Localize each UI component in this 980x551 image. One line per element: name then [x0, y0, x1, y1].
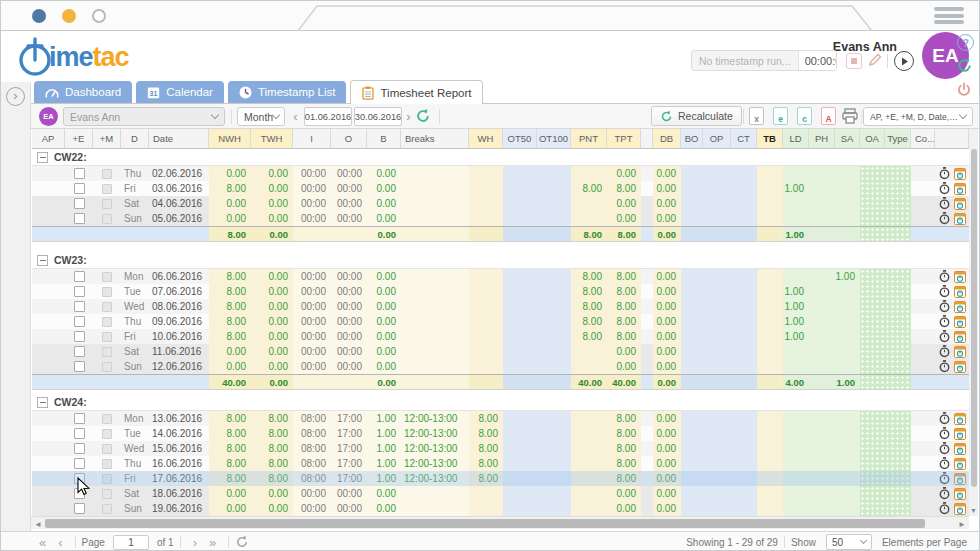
table-row[interactable]: Sun12.06.20160.000.0000:0000:000.000.000… — [32, 359, 969, 374]
timesheet-detail-icon[interactable] — [954, 413, 966, 425]
period-select[interactable]: Month — [237, 107, 285, 126]
row-select-checkbox[interactable] — [74, 301, 85, 312]
next-page-button[interactable]: › — [187, 536, 203, 549]
stopwatch-icon[interactable] — [939, 330, 950, 343]
row-select-checkbox[interactable] — [74, 473, 85, 484]
page-number-input[interactable] — [113, 535, 149, 550]
hamburger-menu-icon[interactable] — [934, 7, 964, 27]
sidebar-expand-icon[interactable]: › — [6, 87, 25, 106]
row-select-checkbox[interactable] — [74, 503, 85, 514]
column-header-Co[interactable]: Co... — [911, 129, 935, 149]
group-header[interactable]: CW23: — [32, 252, 969, 269]
stop-timestamp-icon[interactable] — [846, 53, 862, 69]
timestamp-widget[interactable]: No timestamp run... 00:00:00 — [691, 50, 837, 71]
row-select-checkbox[interactable] — [74, 346, 85, 357]
column-header-LD[interactable]: LD — [783, 129, 809, 149]
vertical-scroll-thumb[interactable] — [971, 149, 977, 487]
stopwatch-icon[interactable] — [939, 427, 950, 440]
table-row[interactable]: Sat18.06.20160.000.0000:0000:000.000.000… — [32, 486, 969, 501]
stopwatch-icon[interactable] — [939, 212, 950, 225]
tab-dashboard[interactable]: Dashboard — [34, 81, 132, 103]
export-A-icon[interactable]: A — [821, 107, 836, 125]
collapse-group-icon[interactable] — [37, 152, 48, 163]
timesheet-detail-icon[interactable] — [954, 331, 966, 343]
timesheet-detail-icon[interactable] — [954, 346, 966, 358]
stopwatch-icon[interactable] — [939, 412, 950, 425]
table-row[interactable]: Fri03.06.20168.000.0000:0000:000.008.008… — [32, 181, 969, 196]
horizontal-scroll-thumb[interactable] — [45, 519, 925, 528]
date-to-input[interactable]: 30.06.2016 — [354, 107, 402, 126]
table-row[interactable]: Thu09.06.20168.000.0000:0000:000.008.008… — [32, 314, 969, 329]
refresh-list-icon[interactable] — [235, 535, 249, 549]
row-select-checkbox[interactable] — [74, 428, 85, 439]
date-from-input[interactable]: 01.06.2016 — [304, 107, 352, 126]
row-select-checkbox[interactable] — [74, 443, 85, 454]
recalculate-button[interactable]: Recalculate — [651, 106, 742, 126]
column-header-O[interactable]: O — [331, 129, 367, 149]
row-select-checkbox[interactable] — [74, 168, 85, 179]
stopwatch-icon[interactable] — [939, 345, 950, 358]
row-select-checkbox[interactable] — [74, 213, 85, 224]
first-page-button[interactable]: « — [33, 536, 52, 549]
column-header-Type[interactable]: Type — [885, 129, 911, 149]
column-header-AP[interactable]: AP — [32, 129, 65, 149]
refresh-icon[interactable] — [956, 57, 973, 78]
table-row[interactable]: Tue14.06.20168.008.0008:0017:001.0012:00… — [32, 426, 969, 441]
table-row[interactable]: Fri10.06.20168.000.0000:0000:000.008.008… — [32, 329, 969, 344]
timesheet-detail-icon[interactable] — [954, 213, 966, 225]
column-header-D[interactable]: D — [121, 129, 149, 149]
timesheet-detail-icon[interactable] — [954, 271, 966, 283]
vertical-scrollbar[interactable]: ▼ — [969, 129, 978, 516]
timesheet-detail-icon[interactable] — [954, 198, 966, 210]
columns-select[interactable]: AP, +E, +M, D, Date, NWH, T — [863, 107, 973, 126]
timesheet-detail-icon[interactable] — [954, 361, 966, 373]
timesheet-detail-icon[interactable] — [954, 443, 966, 455]
column-header-PH[interactable]: PH — [809, 129, 835, 149]
collapse-group-icon[interactable] — [37, 397, 48, 408]
stopwatch-icon[interactable] — [939, 285, 950, 298]
column-header-CT[interactable]: CT — [731, 129, 757, 149]
row-select-checkbox[interactable] — [74, 198, 85, 209]
tab-calendar[interactable]: 31Calendar — [136, 81, 224, 103]
column-header-M[interactable]: +M — [93, 129, 121, 149]
column-header-TB[interactable]: TB — [757, 129, 783, 149]
help-icon[interactable]: ? — [957, 34, 974, 51]
row-select-checkbox[interactable] — [74, 458, 85, 469]
timesheet-detail-icon[interactable] — [954, 286, 966, 298]
row-select-checkbox[interactable] — [74, 331, 85, 342]
last-page-button[interactable]: » — [203, 536, 222, 549]
timesheet-detail-icon[interactable] — [954, 301, 966, 313]
table-row[interactable]: Thu02.06.20160.000.0000:0000:000.000.000… — [32, 166, 969, 181]
row-select-checkbox[interactable] — [74, 488, 85, 499]
column-header-OT50[interactable]: OT50 — [503, 129, 537, 149]
column-header-OT100[interactable]: OT100 — [537, 129, 571, 149]
previous-period-button[interactable]: ‹ — [289, 107, 302, 126]
table-row[interactable]: Wed15.06.20168.008.0008:0017:001.0012:00… — [32, 441, 969, 456]
stopwatch-icon[interactable] — [939, 457, 950, 470]
timesheet-detail-icon[interactable] — [954, 168, 966, 180]
stopwatch-icon[interactable] — [939, 502, 950, 515]
column-header-OA[interactable]: OA — [860, 129, 885, 149]
column-header-PNT[interactable]: PNT — [571, 129, 607, 149]
reload-report-icon[interactable] — [415, 108, 431, 128]
row-select-checkbox[interactable] — [74, 271, 85, 282]
row-select-checkbox[interactable] — [74, 183, 85, 194]
timesheet-detail-icon[interactable] — [954, 458, 966, 470]
row-select-checkbox[interactable] — [74, 316, 85, 327]
timesheet-detail-icon[interactable] — [954, 488, 966, 500]
group-header[interactable]: CW22: — [32, 149, 969, 166]
timesheet-detail-icon[interactable] — [954, 503, 966, 515]
export-x-icon[interactable]: x — [749, 107, 764, 125]
column-header-GAP[interactable] — [641, 129, 653, 149]
stopwatch-icon[interactable] — [939, 487, 950, 500]
table-row[interactable]: Fri17.06.20168.008.0008:0017:001.0012:00… — [32, 471, 969, 486]
column-header-B[interactable]: B — [367, 129, 401, 149]
column-header-TPT[interactable]: TPT — [607, 129, 641, 149]
stopwatch-icon[interactable] — [939, 182, 950, 195]
column-header-BO[interactable]: BO — [681, 129, 703, 149]
edit-timestamp-icon[interactable] — [867, 52, 883, 72]
tab-timesheet-report[interactable]: Timesheet Report — [350, 80, 483, 104]
user-select[interactable]: Evans Ann — [63, 107, 225, 126]
column-header-Breaks[interactable]: Breaks — [401, 129, 469, 149]
column-header-TWH[interactable]: TWH — [251, 129, 293, 149]
